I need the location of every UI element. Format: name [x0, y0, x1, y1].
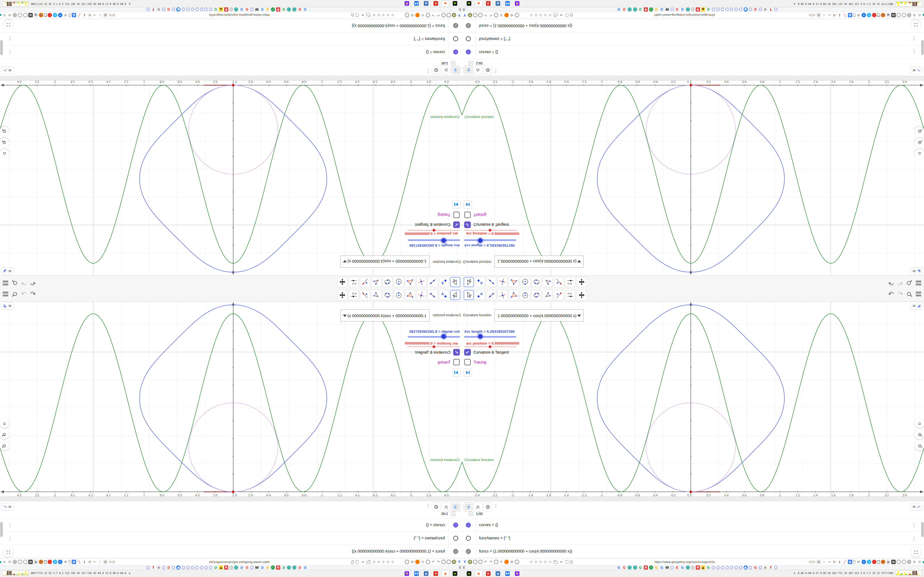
- arc-length-slider-handle[interactable]: [478, 238, 483, 243]
- tab-flower[interactable]: [205, 566, 208, 569]
- tab-chat[interactable]: ■: [176, 566, 181, 570]
- thumb-icon[interactable]: [13, 560, 17, 564]
- tab-google[interactable]: G: [245, 7, 249, 11]
- tab-google[interactable]: G: [303, 566, 307, 570]
- tool-angle[interactable]: α: [543, 277, 553, 287]
- menu-icon[interactable]: [916, 281, 921, 285]
- list-group-row[interactable]: − List: [0, 58, 462, 66]
- curvature-tangent-checkbox[interactable]: ✓: [453, 221, 460, 228]
- object-visibility-dot[interactable]: [466, 549, 471, 554]
- curvature-function-dropdown[interactable]: 1.000000000000 + cos(4.000000000000 x): [341, 309, 430, 321]
- tab-flower[interactable]: [712, 566, 715, 569]
- zoom-in-button[interactable]: +: [915, 138, 924, 148]
- function-view-button[interactable]: fx: [473, 503, 482, 511]
- tab-flower[interactable]: [162, 8, 165, 11]
- translate-icon[interactable]: A: [816, 13, 821, 17]
- wrench-icon[interactable]: ⚙: [912, 13, 917, 17]
- app-settings-red[interactable]: ⚙: [432, 0, 439, 6]
- ublock-icon[interactable]: U: [28, 13, 33, 17]
- app-save64[interactable]: 64: [504, 0, 511, 6]
- zoom-level-badge[interactable]: 81%: [809, 13, 815, 17]
- app-monitor[interactable]: ▣: [494, 571, 502, 577]
- app-monitor[interactable]: ▣: [494, 0, 502, 6]
- marker-icon[interactable]: ╱: [77, 13, 81, 17]
- graphics-view[interactable]: -2.4-2.2-2-1.8-1.6-1.4-1.2-1-0.8-0.6-0.4…: [0, 302, 462, 496]
- gear-icon[interactable]: ⚙: [63, 13, 68, 17]
- system-monitor-graph[interactable]: [2, 571, 29, 575]
- tab-flower[interactable]: [186, 566, 190, 569]
- shield-o-icon[interactable]: [897, 560, 901, 564]
- algebra-row-curves[interactable]: curves = {} ⋮: [0, 519, 462, 532]
- arc-length-slider[interactable]: [408, 336, 460, 338]
- tab-font[interactable]: f: [769, 566, 773, 570]
- tab-google[interactable]: G: [282, 566, 286, 570]
- algebra-row-funcnames[interactable]: funcNames = {" "} ⋮: [0, 32, 462, 45]
- tab-google[interactable]: G: [654, 7, 659, 11]
- row-more-icon[interactable]: ⋮: [912, 36, 916, 41]
- app-firefox[interactable]: ●: [475, 0, 482, 6]
- app-terminal[interactable]: ▬: [465, 0, 473, 6]
- tab-google[interactable]: G: [622, 566, 627, 570]
- algebra-row-funcnames[interactable]: funcNames = {" "} ⋮: [462, 532, 924, 545]
- undo-icon[interactable]: ↶: [30, 290, 36, 298]
- tool-point[interactable]: A: [475, 277, 485, 287]
- tab-flower[interactable]: [191, 8, 194, 11]
- app-owl[interactable]: ʘ: [403, 571, 410, 577]
- function-view-button[interactable]: fx: [442, 503, 451, 511]
- home-button[interactable]: ⌂: [915, 418, 924, 428]
- tool-conic-through-points[interactable]: [383, 277, 393, 287]
- ublock-icon[interactable]: U: [891, 13, 896, 17]
- tab-google[interactable]: G: [239, 566, 244, 570]
- algebra-stylebar-button[interactable]: ≡: [1, 503, 14, 510]
- tab-green-badge[interactable]: ✓: [649, 7, 653, 11]
- settings-gear-button[interactable]: ⚙: [483, 503, 492, 511]
- tool-point[interactable]: A: [439, 290, 449, 300]
- tab-flower[interactable]: [191, 566, 194, 569]
- archive-icon[interactable]: ▣: [886, 13, 890, 17]
- tool-angle[interactable]: α: [371, 277, 381, 287]
- tab-google[interactable]: G: [680, 7, 685, 11]
- fullscreen-button[interactable]: [911, 20, 921, 30]
- plot-canvas[interactable]: -2.4-2.2-2-1.8-1.6-1.4-1.2-1-0.8-0.6-0.4…: [0, 81, 462, 275]
- tool-circle-with-center[interactable]: [394, 290, 404, 300]
- system-monitor-graph[interactable]: [2, 2, 29, 6]
- tracing-checkbox[interactable]: [453, 211, 460, 218]
- more-options-icon[interactable]: ⋮: [426, 68, 431, 74]
- tab-yandex[interactable]: Я: [225, 7, 229, 11]
- graphics-stylebar-button[interactable]: ≡: [910, 302, 923, 309]
- tab-info[interactable]: i: [691, 8, 695, 11]
- app-owl[interactable]: ʘ: [514, 0, 521, 6]
- tab-wikipedia[interactable]: W: [665, 566, 669, 570]
- play-pause-button[interactable]: [452, 200, 460, 208]
- arc-position-slider-handle[interactable]: [433, 229, 435, 232]
- tab-yandex[interactable]: Я: [644, 7, 648, 11]
- tab-flower[interactable]: [250, 8, 254, 11]
- tab-font[interactable]: f: [769, 7, 773, 11]
- tab-flower[interactable]: [759, 8, 762, 11]
- tab-google[interactable]: G: [706, 7, 711, 11]
- collapse-icon[interactable]: −: [451, 61, 456, 65]
- mouse-icon[interactable]: [853, 560, 856, 564]
- more-options-icon[interactable]: ⋮: [493, 68, 498, 74]
- tool-polygon[interactable]: [509, 277, 519, 287]
- tool-slider[interactable]: a=2: [349, 290, 359, 300]
- tool-circle-with-center[interactable]: [520, 277, 530, 287]
- more-options-icon[interactable]: ⋮: [426, 503, 431, 509]
- marker-icon[interactable]: ╱: [843, 13, 847, 17]
- algebra-row-curves[interactable]: curves = {} ⋮: [462, 519, 924, 532]
- pause-icon[interactable]: [463, 566, 465, 569]
- function-view-button[interactable]: fx: [442, 66, 451, 74]
- tracing-checkbox[interactable]: [453, 359, 460, 366]
- plus-icon[interactable]: +: [862, 560, 866, 564]
- reload-icon[interactable]: ↻: [87, 13, 92, 17]
- plus-icon[interactable]: +: [58, 560, 62, 564]
- tab-green-badge[interactable]: ✓: [271, 7, 275, 11]
- shield-o-icon[interactable]: [23, 13, 27, 17]
- algebra-stylebar-button[interactable]: ≡: [910, 67, 923, 74]
- world-icon[interactable]: ◔: [39, 13, 43, 17]
- zoom-search-icon[interactable]: [13, 281, 17, 285]
- zoom-in-button[interactable]: +: [915, 429, 924, 439]
- tab-wikipedia[interactable]: W: [255, 7, 259, 11]
- object-visibility-dot[interactable]: [466, 522, 471, 527]
- collapse-icon[interactable]: −: [468, 61, 473, 65]
